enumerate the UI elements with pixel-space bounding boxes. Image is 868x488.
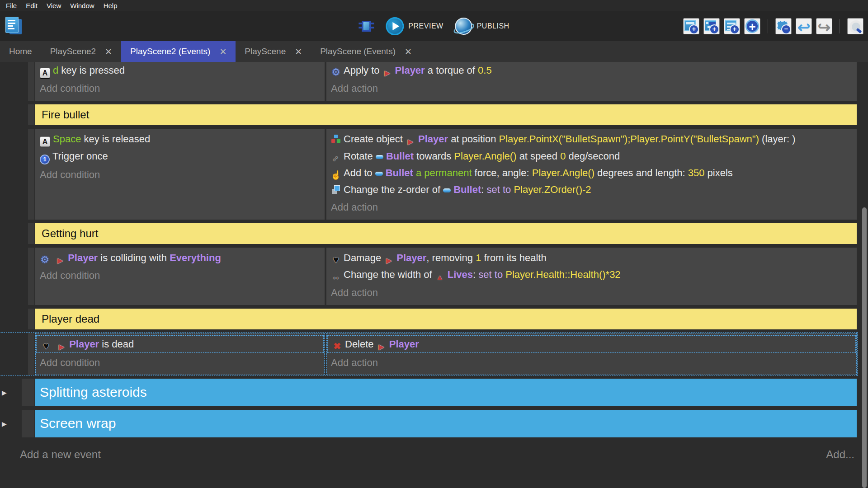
- actions-cell: Damage Player, removing 1 from its healt…: [326, 248, 857, 305]
- event-cells: d key is pressedAdd conditionApply to Pl…: [35, 62, 857, 101]
- add-action-placeholder[interactable]: Add action: [326, 353, 857, 372]
- event-gutter[interactable]: [28, 333, 34, 375]
- add-condition-placeholder[interactable]: Add condition: [35, 79, 325, 98]
- tab-close-icon[interactable]: ✕: [105, 47, 112, 57]
- menu-item-window[interactable]: Window: [68, 1, 100, 10]
- add-condition-placeholder[interactable]: Add condition: [35, 165, 325, 184]
- condition-instruction[interactable]: Trigger once: [35, 148, 325, 165]
- toolbar-divider: [840, 19, 840, 33]
- publish-button[interactable]: PUBLISH: [455, 18, 509, 35]
- add-condition-placeholder[interactable]: Add condition: [35, 266, 325, 285]
- keyboard-icon: [40, 136, 50, 147]
- action-instruction[interactable]: Damage Player, removing 1 from its healt…: [326, 249, 857, 267]
- search-icon[interactable]: [847, 18, 863, 34]
- event-gutter[interactable]: [28, 129, 34, 220]
- tab-playscene-events-[interactable]: PlayScene (Events)✕: [311, 41, 421, 62]
- collapse-arrow-icon[interactable]: ▶: [2, 389, 10, 396]
- event-gutter[interactable]: [28, 223, 34, 244]
- add-event-icon[interactable]: [683, 18, 699, 34]
- player-object-icon: [57, 342, 66, 352]
- comment-text[interactable]: Player dead: [35, 309, 857, 329]
- menu-item-edit[interactable]: Edit: [24, 1, 43, 10]
- comment-row: Player dead: [0, 309, 857, 329]
- event-cells: Player is deadAdd conditionDelete Player…: [35, 333, 857, 375]
- add-new-event-link[interactable]: Add a new event: [20, 448, 101, 461]
- publish-globe-icon: [455, 18, 472, 35]
- tab-playscene2-events-[interactable]: PlayScene2 (Events)✕: [121, 41, 236, 62]
- action-instruction[interactable]: Create object Player at position Player.…: [326, 131, 857, 148]
- add-subevent-icon[interactable]: [703, 18, 720, 34]
- add-circle-icon[interactable]: [744, 18, 760, 34]
- comment-text[interactable]: Fire bullet: [35, 104, 857, 125]
- action-list: Delete Player: [327, 335, 856, 353]
- play-icon: [386, 17, 404, 35]
- condition-instruction[interactable]: Player is dead: [37, 336, 323, 353]
- tab-bar: HomePlayScene2✕PlayScene2 (Events)✕PlayS…: [0, 41, 868, 62]
- add-comment-icon[interactable]: [724, 18, 740, 34]
- tab-close-icon[interactable]: ✕: [219, 47, 226, 57]
- group-title[interactable]: Screen wrap: [35, 410, 857, 437]
- group-spacer: [10, 379, 22, 406]
- physics-icon: [40, 254, 50, 264]
- action-list: Apply to Player a torque of 0.5: [326, 62, 857, 79]
- tab-label: PlayScene2 (Events): [130, 47, 210, 56]
- group-gutter[interactable]: [22, 379, 34, 406]
- main-toolbar: PREVIEW PUBLISH: [0, 11, 868, 41]
- add-action-placeholder[interactable]: Add action: [326, 283, 857, 302]
- menu-item-file[interactable]: File: [4, 1, 23, 10]
- action-instruction[interactable]: Apply to Player a torque of 0.5: [326, 62, 857, 79]
- condition-list: d key is pressed: [35, 62, 325, 79]
- action-instruction[interactable]: Rotate Bullet towards Player.Angle() at …: [326, 148, 857, 164]
- event-gutter[interactable]: [28, 62, 34, 101]
- preview-button[interactable]: PREVIEW: [386, 17, 443, 35]
- event-cells: Space key is releasedTrigger onceAdd con…: [35, 129, 857, 220]
- events-sheet-footer: Add a new event Add...: [0, 441, 868, 461]
- action-instruction[interactable]: Add to Bullet a permanent force, angle: …: [326, 164, 857, 181]
- actions-cell: Create object Player at position Player.…: [326, 129, 857, 220]
- action-list: Damage Player, removing 1 from its healt…: [326, 249, 857, 283]
- menu-bar: FileEditViewWindowHelp: [0, 0, 868, 11]
- group-row: ▶Splitting asteroids: [0, 379, 857, 406]
- tab-playscene2[interactable]: PlayScene2✕: [41, 41, 121, 62]
- tab-home[interactable]: Home: [0, 41, 41, 62]
- bullet-object-icon: [376, 155, 383, 159]
- action-instruction[interactable]: Delete Player: [328, 336, 855, 353]
- group-row: ▶Screen wrap: [0, 410, 857, 437]
- add-condition-placeholder[interactable]: Add condition: [35, 353, 325, 372]
- event-gutter[interactable]: [28, 104, 34, 125]
- condition-instruction[interactable]: Player is colliding with Everything: [35, 249, 325, 267]
- action-instruction[interactable]: Change the z-order of Bullet: set to Pla…: [326, 181, 857, 198]
- event-gutter[interactable]: [28, 248, 34, 305]
- delete-icon: [332, 341, 342, 351]
- heart-icon: [331, 254, 341, 264]
- add-action-placeholder[interactable]: Add action: [326, 198, 857, 217]
- debug-icon[interactable]: [359, 19, 374, 34]
- menu-item-help[interactable]: Help: [101, 1, 123, 10]
- event-gutter[interactable]: [28, 309, 34, 329]
- add-action-placeholder[interactable]: Add action: [326, 79, 857, 98]
- menu-item-view[interactable]: View: [44, 1, 67, 10]
- tab-label: PlayScene: [245, 47, 286, 56]
- comment-text[interactable]: Getting hurt: [35, 223, 857, 244]
- condition-list: Player is colliding with Everything: [35, 249, 325, 267]
- publish-label: PUBLISH: [477, 22, 509, 30]
- tab-close-icon[interactable]: ✕: [405, 47, 412, 57]
- collapse-arrow-icon[interactable]: ▶: [2, 420, 10, 427]
- zorder-icon: [331, 185, 341, 195]
- undo-icon[interactable]: [796, 18, 812, 34]
- tab-close-icon[interactable]: ✕: [295, 47, 302, 57]
- add-shortcut-link[interactable]: Add...: [826, 448, 854, 461]
- action-instruction[interactable]: Change the width of Lives: set to Player…: [326, 266, 857, 283]
- remove-selection-icon[interactable]: [775, 18, 792, 34]
- group-gutter[interactable]: [22, 410, 34, 437]
- condition-instruction[interactable]: Space key is released: [35, 131, 325, 148]
- tab-playscene[interactable]: PlayScene✕: [236, 41, 311, 62]
- condition-list: Player is dead: [36, 335, 324, 353]
- conditions-cell: Space key is releasedTrigger onceAdd con…: [35, 129, 325, 220]
- actions-cell: Apply to Player a torque of 0.5Add actio…: [326, 62, 857, 101]
- condition-instruction[interactable]: d key is pressed: [35, 62, 325, 79]
- vertical-scrollbar[interactable]: [862, 207, 867, 488]
- group-title[interactable]: Splitting asteroids: [35, 379, 857, 406]
- create-object-icon: [331, 134, 341, 144]
- redo-icon[interactable]: [816, 18, 832, 34]
